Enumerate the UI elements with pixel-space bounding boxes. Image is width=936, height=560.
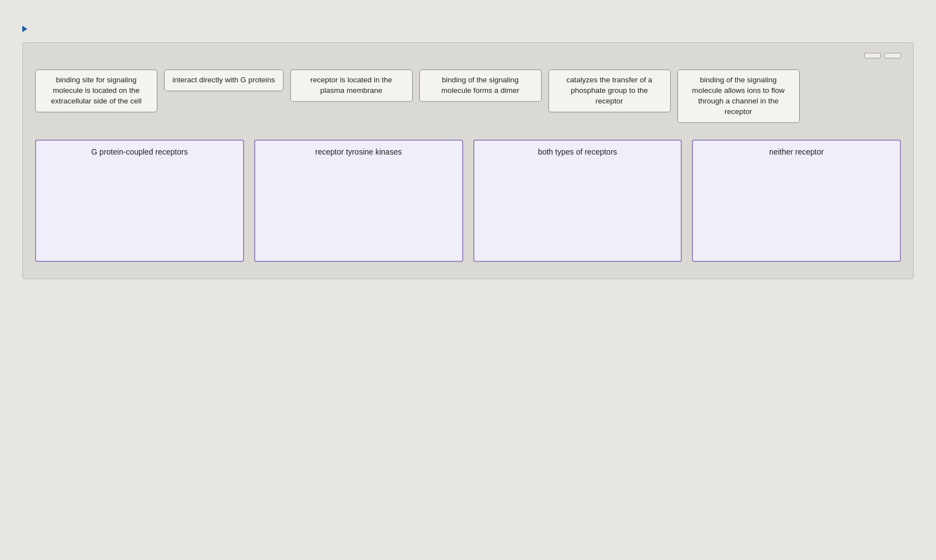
phrase-card[interactable]: binding site for signaling molecule is l… (35, 70, 157, 112)
hint-link[interactable] (22, 26, 914, 32)
phrases-area: binding site for signaling molecule is l… (35, 70, 901, 123)
bin-title: receptor tyrosine kinases (315, 147, 402, 156)
top-buttons (35, 53, 901, 58)
page-wrapper: binding site for signaling molecule is l… (0, 0, 936, 560)
phrase-card[interactable]: catalyzes the transfer of a phosphate gr… (548, 70, 671, 112)
reset-button[interactable] (864, 53, 881, 58)
bin-title: neither receptor (769, 147, 824, 156)
phrase-card[interactable]: interact directly with G proteins (164, 70, 284, 91)
drop-bin[interactable]: G protein-coupled receptors (35, 140, 244, 262)
main-area: binding site for signaling molecule is l… (22, 42, 914, 279)
drop-bin[interactable]: both types of receptors (473, 140, 682, 262)
bins-area: G protein-coupled receptorsreceptor tyro… (35, 140, 901, 262)
phrase-card[interactable]: receptor is located in the plasma membra… (290, 70, 413, 102)
drop-bin[interactable]: receptor tyrosine kinases (254, 140, 463, 262)
phrase-card[interactable]: binding of the signaling molecule allows… (677, 70, 800, 123)
bin-title: both types of receptors (538, 147, 617, 156)
hint-triangle-icon (22, 26, 27, 32)
drop-bin[interactable]: neither receptor (692, 140, 901, 262)
phrase-card[interactable]: binding of the signaling molecule forms … (419, 70, 542, 102)
help-button[interactable] (884, 53, 901, 58)
bin-title: G protein-coupled receptors (91, 147, 188, 156)
